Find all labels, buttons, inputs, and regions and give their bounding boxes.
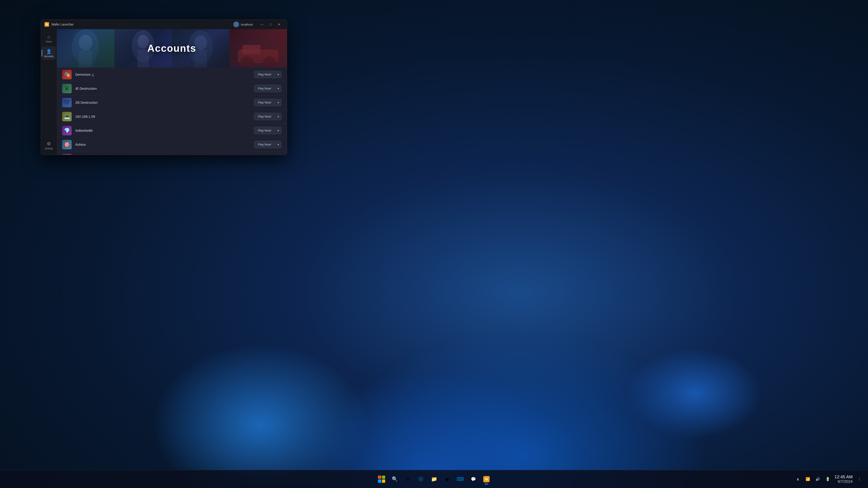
- play-now-dropdown-6[interactable]: ▾: [275, 141, 281, 148]
- account-name-3: ZB Destruction: [75, 101, 254, 104]
- play-now-dropdown-1[interactable]: ▾: [275, 71, 281, 78]
- sidebar: ⌂ Home 👤 Accounts ⚙ Settings: [41, 29, 57, 155]
- battery-icon[interactable]: 🔋: [824, 475, 832, 483]
- account-avatar-3: 🛡: [62, 98, 72, 107]
- clock-display[interactable]: 12:45 AM 9/7/2024: [835, 475, 852, 484]
- play-now-group-2: Play Now! ▾: [254, 85, 281, 92]
- table-row[interactable]: 💎 ItsBarbieBit Play Now! ▾: [57, 124, 287, 138]
- account-avatar-2: ⚔: [62, 84, 72, 93]
- table-row[interactable]: 💻 192.168.1.09 Play Now! ▾: [57, 109, 287, 124]
- discord-icon: 💬: [471, 477, 476, 482]
- play-now-button-2[interactable]: Play Now!: [254, 85, 275, 92]
- taskbar-chrome-button[interactable]: ◉: [441, 473, 453, 485]
- start-button[interactable]: [376, 473, 388, 485]
- play-now-dropdown-3[interactable]: ▾: [275, 99, 281, 106]
- account-name-4: 192.168.1.09: [75, 115, 254, 119]
- user-avatar-icon: 👤: [233, 22, 239, 27]
- show-desktop-button[interactable]: |: [855, 475, 864, 483]
- table-row[interactable]: ⚔ Æ Destruction Play Now! ▾: [57, 82, 287, 96]
- wafer-taskbar-icon: W: [483, 476, 490, 482]
- taskbar: 🔍 ⊞ ⓔ 📁 ◉ ⌨ 💬 W: [0, 470, 868, 488]
- sidebar-item-accounts[interactable]: 👤 Accounts: [42, 46, 56, 60]
- hero-banner: Accounts: [57, 29, 287, 68]
- table-row[interactable]: 🛡 ZB Destruction Play Now! ▾: [57, 96, 287, 109]
- wifi-icon: 📶: [806, 477, 810, 481]
- explorer-icon: 📁: [431, 476, 437, 482]
- taskbar-explorer-button[interactable]: 📁: [428, 473, 440, 485]
- accounts-nav-label: Accounts: [44, 55, 53, 58]
- accounts-list[interactable]: 🎭 Demonize △ Play Now! ▾ ⚔ Æ Destruction: [57, 68, 287, 155]
- settings-label: Settings: [45, 147, 53, 150]
- app-logo-icon: W: [44, 22, 49, 27]
- taskbar-discord-button[interactable]: 💬: [467, 473, 479, 485]
- play-now-group-1: Play Now! ▾: [254, 71, 281, 78]
- show-hidden-icons-button[interactable]: ∧: [794, 475, 802, 483]
- title-bar: W Wafer Launcher 👤 localhost. — □ ✕: [41, 20, 287, 29]
- account-avatar-6: 🎯: [62, 140, 72, 149]
- play-now-button-6[interactable]: Play Now!: [254, 141, 275, 148]
- settings-icon: ⚙: [47, 141, 51, 147]
- taskbar-center: 🔍 ⊞ ⓔ 📁 ◉ ⌨ 💬 W: [376, 473, 492, 485]
- account-name-6: Äshton: [75, 142, 254, 147]
- taskbar-right: ∧ 📶 🔊 🔋 12:45 AM 9/7/2024 |: [794, 475, 864, 484]
- app-title: Wafer Launcher: [51, 23, 74, 26]
- table-row[interactable]: 👼 ZB AngelOfDeath Play Now! ▾: [57, 152, 287, 155]
- page-title: Accounts: [147, 43, 196, 54]
- minimize-button[interactable]: —: [258, 21, 266, 28]
- play-now-group-6: Play Now! ▾: [254, 141, 281, 148]
- play-now-group-5: Play Now! ▾: [254, 127, 281, 134]
- edge-icon: ⓔ: [418, 476, 423, 483]
- play-now-button-5[interactable]: Play Now!: [254, 127, 275, 134]
- account-name-1: Demonize △: [75, 72, 254, 76]
- network-icon[interactable]: 📶: [804, 475, 812, 483]
- title-bar-right: 👤 localhost. — □ ✕: [233, 21, 283, 28]
- taskbar-taskview-button[interactable]: ⊞: [402, 473, 414, 485]
- home-label: Home: [46, 40, 52, 43]
- battery-indicator-icon: 🔋: [826, 477, 830, 481]
- taskbar-search-button[interactable]: 🔍: [389, 473, 401, 485]
- play-now-button-4[interactable]: Play Now!: [254, 113, 275, 120]
- play-now-group-3: Play Now! ▾: [254, 99, 281, 106]
- close-button[interactable]: ✕: [275, 21, 283, 28]
- play-now-dropdown-2[interactable]: ▾: [275, 85, 281, 92]
- table-row[interactable]: 🎯 Äshton Play Now! ▾: [57, 138, 287, 152]
- vscode-icon: ⌨: [457, 476, 464, 482]
- speaker-icon: 🔊: [815, 477, 820, 481]
- wallpaper-swirl-2: [0, 217, 868, 488]
- desktop-icon: |: [859, 477, 860, 481]
- taskbar-edge-button[interactable]: ⓔ: [415, 473, 427, 485]
- taskbar-wafer-button[interactable]: W: [480, 473, 492, 485]
- chevron-up-icon: ∧: [796, 477, 799, 482]
- account-avatar-1: 🎭: [62, 70, 72, 79]
- user-info: 👤 localhost.: [233, 22, 253, 27]
- start-icon: [378, 476, 385, 483]
- time-display: 12:45 AM: [835, 475, 852, 480]
- play-now-group-4: Play Now! ▾: [254, 113, 281, 120]
- volume-icon[interactable]: 🔊: [814, 475, 822, 483]
- account-name-2: Æ Destruction: [75, 87, 254, 90]
- sidebar-item-home[interactable]: ⌂ Home: [42, 32, 56, 45]
- date-display: 9/7/2024: [835, 480, 852, 484]
- account-avatar-5: 💎: [62, 126, 72, 135]
- account-avatar-7: 👼: [62, 154, 72, 155]
- app-logo-char: W: [46, 23, 48, 26]
- app-window: W Wafer Launcher 👤 localhost. — □ ✕ ⌂ Ho…: [41, 20, 287, 155]
- maximize-button[interactable]: □: [267, 21, 275, 28]
- play-now-button-1[interactable]: Play Now!: [254, 71, 275, 78]
- table-row[interactable]: 🎭 Demonize △ Play Now! ▾: [57, 68, 287, 82]
- account-name-5: ItsBarbieBit: [75, 129, 254, 132]
- play-now-dropdown-4[interactable]: ▾: [275, 113, 281, 120]
- sidebar-item-settings[interactable]: ⚙ Settings: [42, 138, 56, 152]
- play-now-button-3[interactable]: Play Now!: [254, 99, 275, 106]
- accounts-icon: 👤: [46, 49, 52, 54]
- taskbar-vscode-button[interactable]: ⌨: [454, 473, 466, 485]
- chrome-icon: ◉: [445, 477, 449, 482]
- window-controls: — □ ✕: [258, 21, 283, 28]
- username-label: localhost.: [241, 23, 253, 26]
- taskview-icon: ⊞: [406, 477, 410, 482]
- main-content: Accounts 🎭 Demonize △ Play Now! ▾: [57, 29, 287, 155]
- search-icon: 🔍: [392, 476, 398, 482]
- play-now-dropdown-5[interactable]: ▾: [275, 127, 281, 134]
- account-avatar-4: 💻: [62, 112, 72, 121]
- app-body: ⌂ Home 👤 Accounts ⚙ Settings: [41, 29, 287, 155]
